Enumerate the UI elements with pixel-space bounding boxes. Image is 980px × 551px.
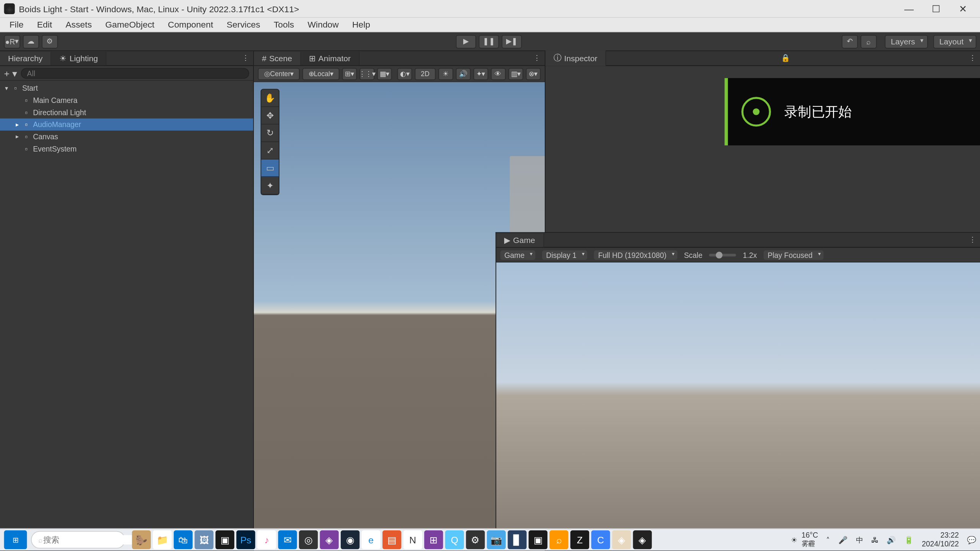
menu-file[interactable]: File (3, 18, 30, 31)
create-dropdown[interactable]: + ▾ (4, 68, 17, 78)
taskbar-app[interactable]: Ps (236, 530, 255, 549)
hierarchy-node[interactable]: ▸▫Canvas (0, 130, 253, 143)
visibility-toggle[interactable]: 👁 (491, 68, 506, 80)
taskbar-app[interactable]: ⊞ (424, 530, 443, 549)
taskbar-app[interactable]: ▤ (382, 530, 401, 549)
menu-component[interactable]: Component (161, 18, 220, 31)
camera-dropdown[interactable]: ▥▾ (508, 68, 523, 80)
rect-tool[interactable]: ▭ (261, 160, 279, 177)
handle-dropdown[interactable]: ⊕Local ▾ (302, 68, 340, 80)
hierarchy-node[interactable]: ▫Main Camera (0, 94, 253, 106)
menu-gameobject[interactable]: GameObject (98, 18, 161, 31)
grid-snap-button[interactable]: ⊞▾ (342, 68, 357, 80)
scale-slider[interactable] (709, 253, 736, 256)
focus-dropdown[interactable]: Play Focused (764, 250, 823, 259)
lock-icon[interactable]: 🔒 (777, 54, 794, 63)
tab-inspector[interactable]: ⓘ Inspector (545, 51, 606, 66)
taskbar-app[interactable]: ◎ (299, 530, 318, 549)
taskbar-app[interactable]: 🖼 (194, 530, 213, 549)
tray-volume-icon[interactable]: 🔊 (887, 535, 896, 544)
step-button[interactable]: ▶❚ (501, 35, 522, 48)
close-button[interactable]: ✕ (949, 0, 976, 18)
draw-mode-dropdown[interactable]: ◐▾ (397, 68, 412, 80)
taskbar-app[interactable]: C (591, 530, 610, 549)
play-button[interactable]: ▶ (456, 35, 476, 48)
taskbar-app[interactable]: ⌕ (549, 530, 568, 549)
minimize-button[interactable]: — (895, 0, 922, 18)
rotate-tool[interactable]: ↻ (261, 124, 279, 142)
hand-tool[interactable]: ✋ (261, 90, 279, 107)
panel-menu-icon[interactable]: ⋮ (965, 236, 980, 245)
taskbar-unity-app[interactable]: ◈ (633, 530, 652, 549)
fx-dropdown[interactable]: ✦▾ (473, 68, 488, 80)
game-dropdown[interactable]: Game (500, 250, 535, 259)
hierarchy-node[interactable]: ▾▫Start (0, 82, 253, 95)
taskbar-app[interactable]: e (362, 530, 381, 549)
menu-assets[interactable]: Assets (59, 18, 99, 31)
taskbar-app[interactable]: N (403, 530, 422, 549)
audio-toggle[interactable]: 🔊 (456, 68, 470, 80)
hierarchy-node[interactable]: ▫Directional Light (0, 106, 253, 119)
snap-increment-button[interactable]: ⋮⋮▾ (359, 68, 374, 80)
scale-tool[interactable]: ⤢ (261, 142, 279, 160)
tab-scene[interactable]: # Scene (254, 52, 301, 65)
taskbar-app[interactable]: Q (445, 530, 464, 549)
start-button[interactable]: ⊞ (4, 530, 27, 549)
hierarchy-node[interactable]: ▫EventSystem (0, 143, 253, 155)
taskbar-app[interactable]: ▊ (508, 530, 526, 549)
panel-menu-icon[interactable]: ⋮ (965, 54, 980, 63)
taskbar-search[interactable]: ⌕ (31, 531, 125, 549)
taskbar-app[interactable]: 🛍 (174, 530, 193, 549)
taskbar-app[interactable]: ▣ (529, 530, 547, 549)
menu-tools[interactable]: Tools (267, 18, 301, 31)
tab-animator[interactable]: ⊞ Animator (301, 52, 359, 65)
tab-hierarchy[interactable]: Hierarchy (0, 52, 51, 65)
taskbar-clock[interactable]: 23:22 2024/10/22 (922, 531, 959, 549)
panel-menu-icon[interactable]: ⋮ (529, 54, 544, 63)
taskbar-app[interactable]: 🦫 (132, 530, 151, 549)
menu-services[interactable]: Services (220, 18, 267, 31)
tray-battery-icon[interactable]: 🔋 (904, 535, 914, 544)
resolution-dropdown[interactable]: Full HD (1920x1080) (594, 250, 677, 259)
pivot-dropdown[interactable]: ◎Center ▾ (258, 68, 300, 80)
cloud-button[interactable]: ☁ (23, 35, 39, 48)
tray-chevron-icon[interactable]: ˄ (826, 535, 830, 544)
tray-network-icon[interactable]: 🖧 (871, 536, 879, 544)
taskbar-app[interactable]: ♪ (257, 530, 276, 549)
pause-button[interactable]: ❚❚ (479, 35, 499, 48)
tray-mic-icon[interactable]: 🎤 (838, 535, 848, 544)
tab-lighting[interactable]: ☀ Lighting (51, 52, 106, 65)
taskbar-app[interactable]: ◈ (320, 530, 339, 549)
tab-game[interactable]: ▶ Game (496, 233, 544, 246)
taskbar-app[interactable]: ✉ (278, 530, 297, 549)
taskbar-app[interactable]: 📷 (487, 530, 506, 549)
maximize-button[interactable]: ☐ (923, 0, 949, 18)
taskbar-app[interactable]: ◈ (612, 530, 631, 549)
layout-dropdown[interactable]: Layout (933, 35, 977, 48)
menu-help[interactable]: Help (345, 18, 377, 31)
game-view[interactable] (496, 262, 980, 528)
taskbar-app[interactable]: ◉ (341, 530, 359, 549)
undo-history-button[interactable]: ↶ (842, 35, 858, 48)
transform-tool[interactable]: ✦ (261, 177, 279, 195)
taskbar-app[interactable]: ⚙ (466, 530, 485, 549)
taskbar-app[interactable]: Z (570, 530, 589, 549)
settings-button[interactable]: ⚙ (42, 35, 58, 48)
menu-window[interactable]: Window (301, 18, 346, 31)
menu-edit[interactable]: Edit (30, 18, 59, 31)
mode-2d-toggle[interactable]: 2D (415, 68, 436, 80)
weather-widget[interactable]: ☀ 16°C 雾霾 (791, 531, 818, 549)
account-button[interactable]: ● R ▾ (4, 35, 20, 48)
gizmos-dropdown[interactable]: ⊗▾ (526, 68, 541, 80)
tray-ime-icon[interactable]: 中 (856, 535, 863, 545)
move-tool[interactable]: ✥ (261, 107, 279, 125)
hierarchy-node[interactable]: ▸▫AudioManager (0, 119, 253, 131)
taskbar-search-input[interactable] (43, 535, 144, 544)
taskbar-app[interactable]: 📁 (153, 530, 172, 549)
search-button[interactable]: ⌕ (861, 35, 877, 48)
lighting-toggle[interactable]: ☀ (438, 68, 453, 80)
layers-dropdown[interactable]: Layers (885, 35, 928, 48)
grid-visibility-button[interactable]: ▦▾ (377, 68, 392, 80)
display-dropdown[interactable]: Display 1 (542, 250, 587, 259)
hierarchy-search-input[interactable] (21, 68, 249, 78)
